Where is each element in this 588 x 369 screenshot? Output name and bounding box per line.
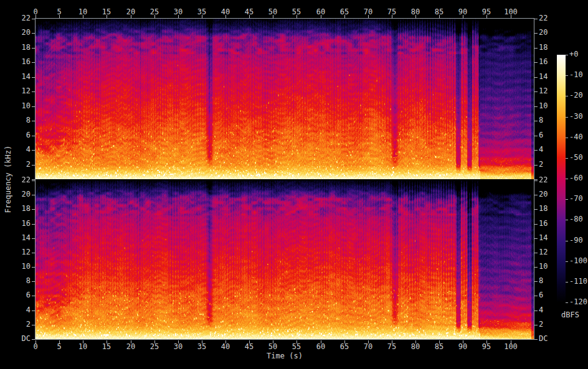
y-tick-mark-left [32,136,35,136]
y-tick-label-left: 22 [3,14,31,22]
colorbar-tick-label: -70 [569,195,583,203]
y-tick-mark-right [534,136,538,136]
x-tick-label-top: 45 [245,8,254,16]
colorbar-tick-label: -40 [569,133,583,141]
colorbar-tick-mark [566,55,568,55]
colorbar-tick-label: -90 [569,236,583,245]
y-tick-label-right: 16 [539,58,548,66]
x-tick-label-bottom: 60 [316,343,325,351]
y-tick-label-right: 2 [539,161,543,169]
y-tick-mark-right [534,91,538,92]
y-tick-mark-left [32,180,35,181]
y-tick-mark-left [32,77,35,78]
y-tick-mark-right [534,195,538,195]
y-tick-label-left: 14 [3,73,31,81]
colorbar-tick-mark [566,179,568,179]
y-tick-label-right: 14 [539,73,548,81]
y-tick-mark-right [534,180,538,181]
y-tick-mark-right [534,224,538,225]
y-tick-mark-left [32,224,35,225]
x-tick-label-bottom: 20 [126,343,135,351]
colorbar-tick-mark [566,261,568,262]
y-tick-mark-left [32,19,35,19]
y-tick-mark-right [534,48,538,49]
x-tick-label-bottom: 95 [482,343,491,351]
x-tick-label-bottom: 15 [102,343,111,351]
colorbar-tick-label: -80 [569,215,583,223]
y-tick-mark-right [534,267,538,268]
y-tick-label-left: 22 [3,176,31,184]
y-tick-label-right: 22 [539,14,548,22]
y-tick-mark-right [534,296,538,296]
x-tick-label-bottom: 50 [268,343,277,351]
colorbar-tick-mark [566,158,568,159]
y-tick-label-left: DC [3,335,31,343]
x-tick-label-top: 25 [150,8,159,16]
colorbar-tick-mark [566,75,568,76]
x-tick-label-bottom: 65 [340,343,349,351]
y-tick-label-right: DC [539,335,548,343]
y-tick-label-left: 2 [3,320,31,329]
y-tick-label-right: 10 [539,102,548,110]
spectrogram-figure: Frequency (kHz) Time (s) dBFS 0055101015… [0,0,588,369]
y-tick-mark-right [534,325,538,325]
x-tick-label-top: 40 [221,8,230,16]
y-tick-mark-left [32,106,35,107]
y-tick-label-left: 12 [3,87,31,95]
spectrogram-panel-2 [36,180,534,339]
y-tick-label-left: 10 [3,263,31,271]
x-tick-label-top: 50 [268,8,277,16]
x-tick-label-top: 100 [504,8,518,16]
colorbar [557,55,566,302]
y-tick-mark-left [32,209,35,210]
x-tick-label-top: 0 [33,8,37,16]
y-tick-label-right: 18 [539,44,548,52]
y-tick-mark-left [32,325,35,325]
y-tick-mark-right [534,179,538,180]
y-tick-label-left: 12 [3,248,31,256]
y-tick-label-left: 2 [3,161,31,169]
y-tick-label-left: 14 [3,234,31,242]
y-tick-label-right: 4 [539,306,543,314]
y-tick-label-right: 18 [539,205,548,213]
x-tick-label-top: 15 [102,8,111,16]
x-tick-label-top: 55 [292,8,301,16]
y-tick-mark-right [534,77,538,78]
y-tick-label-left: 16 [3,58,31,66]
x-tick-label-top: 85 [435,8,443,16]
x-tick-label-bottom: 85 [435,343,443,351]
y-tick-mark-right [534,150,538,151]
y-tick-label-right: 12 [539,87,548,95]
y-tick-label-right: 8 [539,277,543,285]
y-tick-mark-right [534,281,538,282]
y-tick-mark-left [32,253,35,253]
colorbar-tick-mark [566,220,568,220]
y-tick-mark-right [534,339,538,340]
colorbar-tick-label: +0 [569,50,578,58]
y-tick-mark-right [534,62,538,63]
y-tick-mark-right [534,311,538,311]
x-tick-label-top: 30 [174,8,183,16]
y-tick-mark-right [534,121,538,121]
y-tick-mark-left [32,121,35,121]
y-tick-mark-right [534,33,538,34]
x-tick-label-top: 35 [197,8,206,16]
y-tick-label-left: 8 [3,277,31,285]
y-tick-label-left: 8 [3,116,31,124]
x-tick-label-bottom: 100 [504,343,518,351]
colorbar-tick-mark [566,199,568,200]
x-tick-label-top: 20 [126,8,135,16]
y-tick-label-left: 10 [3,102,31,110]
colorbar-tick-label: -100 [569,257,587,265]
y-tick-mark-left [32,179,35,180]
colorbar-tick-label: -110 [569,278,587,286]
y-tick-label-left: 20 [3,29,31,37]
y-tick-mark-left [32,62,35,63]
y-tick-label-right: 6 [539,131,543,139]
y-tick-mark-right [534,106,538,107]
y-tick-mark-right [534,165,538,166]
y-tick-mark-left [32,296,35,296]
colorbar-tick-mark [566,117,568,118]
y-tick-mark-right [534,19,538,19]
x-tick-label-top: 80 [411,8,420,16]
